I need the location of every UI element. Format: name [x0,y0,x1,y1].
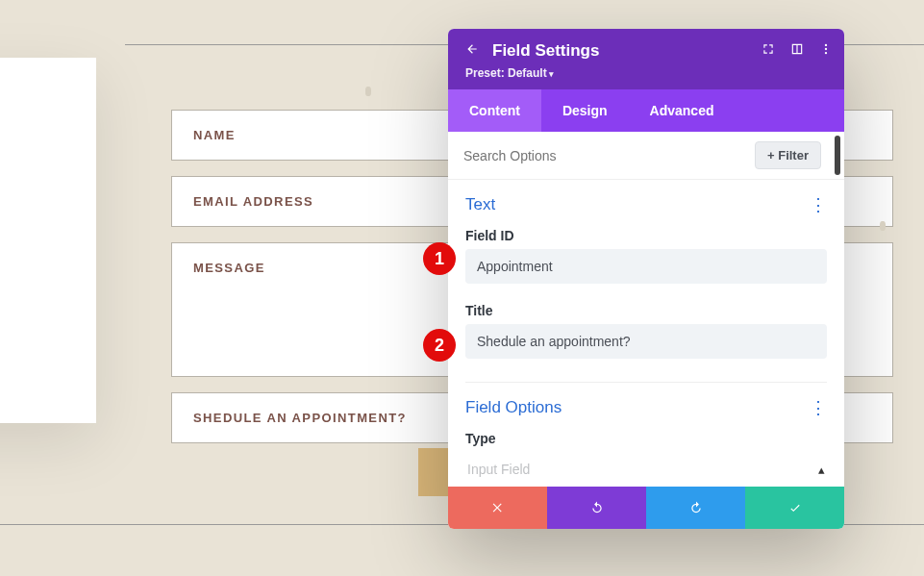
preset-selector[interactable]: Preset: Default [465,66,827,80]
page-body-line-1: asse nec. [0,354,73,377]
section-divider [465,382,827,383]
panel-header: Field Settings Preset: Default [448,29,844,89]
panel-body: Text ⋮ Field ID Title Field Options ⋮ Ty… [448,180,844,487]
type-label: Type [465,431,827,446]
svg-point-1 [825,48,827,50]
section-text-menu-icon[interactable]: ⋮ [810,196,827,213]
section-field-options-title: Field Options [465,398,562,417]
layout-icon[interactable] [790,42,804,59]
section-field-options[interactable]: Field Options ⋮ [465,398,827,417]
svg-point-2 [825,52,827,54]
section-text[interactable]: Text ⋮ [465,195,827,214]
redo-button[interactable] [646,487,745,529]
section-text-title: Text [465,195,495,214]
filter-button[interactable]: + Filter [755,141,821,169]
page-heading-fragment: ge [0,135,73,181]
undo-button[interactable] [547,487,646,529]
more-icon[interactable] [819,42,833,59]
panel-tabs: Content Design Advanced [448,89,844,132]
field-id-input[interactable] [465,249,827,284]
svg-point-0 [825,44,827,46]
content-card: ge asse nec. leo. [0,58,96,423]
type-dropdown[interactable]: Input Field [465,452,827,487]
panel-footer [448,487,844,529]
expand-icon[interactable] [762,42,775,59]
cancel-button[interactable] [448,487,547,529]
tab-advanced[interactable]: Advanced [629,89,736,132]
tab-design[interactable]: Design [541,89,629,132]
back-icon[interactable] [465,40,479,61]
type-value: Input Field [467,462,530,477]
title-label: Title [465,303,827,318]
field-id-label: Field ID [465,228,827,243]
search-input[interactable] [460,142,755,169]
page-body-line-2: leo. [0,377,73,400]
confirm-button[interactable] [745,487,844,529]
annotation-marker-1: 1 [423,242,456,275]
search-row: + Filter [448,132,844,180]
field-settings-panel: Field Settings Preset: Default Content D… [448,29,844,529]
title-input[interactable] [465,324,827,359]
panel-title: Field Settings [492,41,599,61]
section-field-options-menu-icon[interactable]: ⋮ [810,399,827,416]
annotation-marker-2: 2 [423,329,456,362]
tab-content[interactable]: Content [448,89,541,132]
filter-label: Filter [778,148,809,163]
